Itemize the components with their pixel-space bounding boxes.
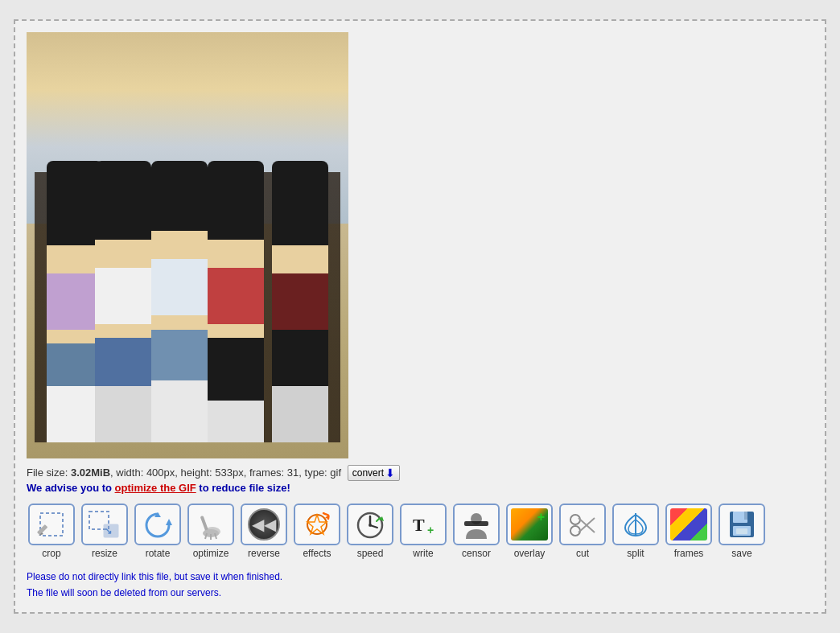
overlay-visual: +: [511, 508, 548, 541]
optimize-icon-box: [187, 504, 234, 545]
svg-marker-6: [166, 519, 172, 525]
effects-icon-box: [294, 504, 340, 545]
censor-icon: [459, 508, 493, 541]
svg-rect-25: [464, 521, 488, 526]
resize-icon-box: ↘: [81, 504, 128, 545]
tool-rotate[interactable]: rotate: [133, 502, 183, 561]
person-4: [208, 161, 264, 442]
right-empty-area: [775, 32, 813, 602]
person-2: [95, 161, 151, 442]
censor-label: censor: [462, 548, 491, 559]
cut-icon-box: [559, 504, 606, 545]
svg-rect-0: [40, 513, 63, 536]
type-label: type:: [305, 467, 327, 479]
rotate-label: rotate: [146, 548, 171, 559]
tool-speed[interactable]: speed: [345, 502, 395, 561]
frames-label: frames: [674, 548, 704, 559]
gif-preview: [27, 32, 348, 458]
advise-prefix: We advise you to: [27, 482, 115, 494]
write-icon-box: T +: [400, 504, 447, 545]
svg-point-26: [570, 515, 580, 524]
resize-icon: ↘: [86, 508, 123, 541]
height-value: 533px: [215, 467, 243, 479]
tool-write[interactable]: T + write: [398, 502, 448, 561]
file-size-label: File size:: [27, 467, 68, 479]
footer-line1: Please do not directly link this file, b…: [27, 569, 767, 585]
width-label: width:: [116, 467, 143, 479]
tool-reverse[interactable]: ◀◀ reverse: [239, 502, 289, 561]
convert-arrow-icon: ⬇: [385, 467, 395, 479]
svg-rect-35: [736, 528, 747, 534]
clock-icon: [353, 508, 387, 541]
content-area: File size: 3.02MiB, width: 400px, height…: [27, 32, 813, 602]
file-info-bar: File size: 3.02MiB, width: 400px, height…: [27, 465, 767, 482]
floppy-icon: [725, 508, 759, 541]
frames-icon-box: [665, 504, 712, 545]
reverse-icon-box: ◀◀: [241, 504, 287, 545]
censor-icon-box: [453, 504, 500, 545]
footer-notice: Please do not directly link this file, b…: [27, 569, 767, 602]
speed-label: speed: [357, 548, 384, 559]
split-icon: [619, 508, 653, 541]
speed-icon-box: [347, 504, 393, 545]
broom-icon: [195, 509, 227, 540]
crop-icon-box: [28, 504, 75, 545]
advise-bar: We advise you to optimize the GIF to red…: [27, 482, 767, 494]
split-icon-box: [612, 504, 659, 545]
overlay-icon-box: +: [506, 504, 553, 545]
tool-split[interactable]: split: [611, 502, 661, 561]
save-label: save: [731, 548, 751, 559]
main-container: File size: 3.02MiB, width: 400px, height…: [14, 19, 826, 615]
footer-line2: The file will soon be deleted from our s…: [27, 585, 767, 601]
type-value: gif: [330, 467, 341, 479]
tool-optimize[interactable]: optimize: [186, 502, 236, 561]
tool-frames[interactable]: frames: [664, 502, 714, 561]
overlay-plus-icon: +: [537, 510, 545, 524]
effects-icon: [301, 509, 333, 540]
svg-point-27: [570, 526, 580, 536]
persons-group: [35, 105, 340, 442]
svg-rect-33: [744, 512, 747, 520]
rotate-icon: [142, 509, 174, 540]
scissors-icon: [566, 508, 599, 541]
toolbar: crop ↘ resize: [27, 502, 767, 561]
effects-label: effects: [303, 548, 331, 559]
crop-label: crop: [42, 548, 60, 559]
svg-line-21: [377, 518, 380, 521]
overlay-label: overlay: [514, 548, 546, 559]
person-5: [272, 161, 328, 442]
convert-label: convert: [352, 467, 384, 479]
reverse-label: reverse: [248, 548, 280, 559]
frames-value: 31: [287, 467, 299, 479]
width-value: 400px: [146, 467, 175, 479]
frames-visual: [670, 508, 707, 541]
frames-label: frames:: [249, 467, 284, 479]
height-label: height:: [181, 467, 212, 479]
resize-label: resize: [92, 548, 117, 559]
tool-effects[interactable]: effects: [292, 502, 342, 561]
reverse-circle-icon: ◀◀: [248, 508, 280, 541]
tool-resize[interactable]: ↘ resize: [80, 502, 130, 561]
optimize-link[interactable]: optimize the GIF: [115, 482, 196, 494]
svg-text:T: T: [413, 515, 425, 535]
split-label: split: [627, 548, 644, 559]
tool-save[interactable]: save: [717, 502, 767, 561]
write-label: write: [413, 548, 433, 559]
tool-overlay[interactable]: + overlay: [504, 502, 554, 561]
save-icon-box: [719, 504, 765, 545]
svg-line-19: [370, 525, 377, 528]
tool-censor[interactable]: censor: [451, 502, 501, 561]
advise-suffix: to reduce file size!: [196, 482, 290, 494]
rotate-icon-box: [134, 504, 181, 545]
convert-button[interactable]: convert ⬇: [348, 465, 400, 481]
file-size-value: 3.02MiB: [71, 467, 110, 479]
pencil-icon: [37, 510, 66, 539]
reverse-play-icon: ◀◀: [252, 515, 276, 534]
image-panel: File size: 3.02MiB, width: 400px, height…: [27, 32, 767, 602]
tool-crop[interactable]: crop: [27, 502, 76, 561]
person-3: [151, 161, 208, 442]
optimize-label: optimize: [193, 548, 229, 559]
write-icon: T +: [406, 508, 440, 541]
tool-cut[interactable]: cut: [558, 502, 607, 561]
svg-text:+: +: [427, 524, 434, 536]
